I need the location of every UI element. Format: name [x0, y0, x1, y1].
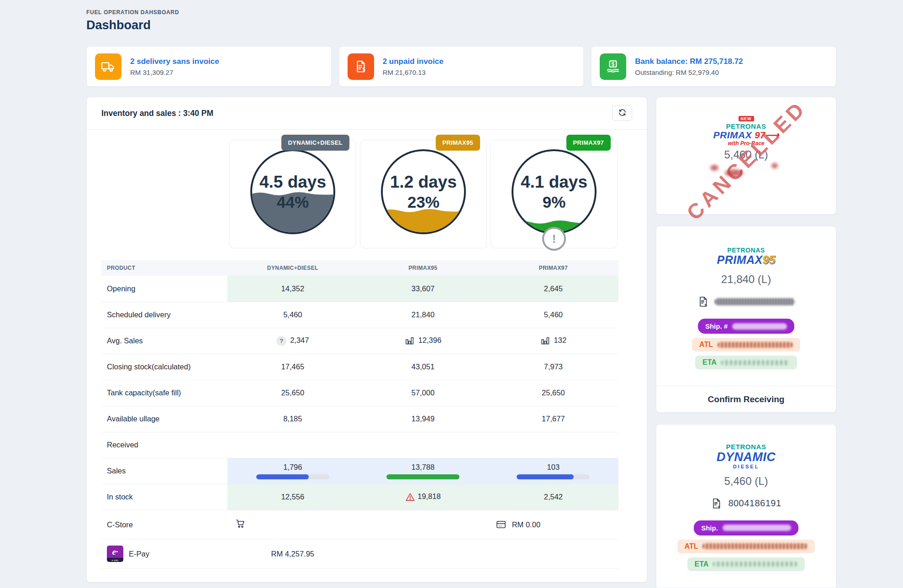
row-label: In stock: [101, 484, 227, 510]
column-header-primax97: PRIMAX97: [488, 260, 618, 276]
inventory-table: PRODUCT DYNAMIC+DIESEL PRIMAX95 PRIMAX97…: [101, 260, 618, 569]
truck-icon: [95, 53, 121, 80]
redacted-eta-value: [721, 360, 790, 365]
fill-percent: 23%: [407, 193, 439, 211]
row-label: e· e-pay E-Pay: [101, 539, 227, 568]
cell-value: 1,796: [227, 458, 358, 484]
cell-value: [358, 510, 488, 539]
row-label: Received: [101, 432, 227, 458]
delivery-quantity: 5,460 (L): [656, 475, 836, 488]
row-label: Tank capacity(safe fill): [101, 380, 227, 406]
bar-chart-icon: [405, 336, 414, 346]
table-row: Sales 1,796 13,788 103: [101, 458, 618, 484]
table-row: Available ullage 8,185 13,949 17,677: [101, 406, 618, 432]
row-label: Scheduled delivery: [101, 302, 227, 328]
cell-value: 132: [488, 328, 618, 354]
redacted-atl-value: [702, 543, 808, 549]
stat-card-amount: Outstanding: RM 52,979.40: [635, 68, 743, 76]
help-icon[interactable]: ?: [276, 336, 286, 346]
bar-chart-icon: [540, 336, 550, 346]
cell-value: [488, 539, 618, 568]
fill-percent: 44%: [277, 193, 309, 211]
row-label: Avg. Sales: [101, 328, 227, 354]
product-badge: DYNAMIC+DIESEL: [281, 135, 349, 151]
cell-value: 13,788: [358, 458, 488, 484]
product-badge: PRIMAX97: [566, 135, 611, 151]
warning-icon: [405, 492, 415, 502]
eta-badge: ETA: [695, 356, 797, 369]
cell-value: 5,460: [227, 302, 358, 328]
sales-progress-bar: [256, 474, 329, 479]
days-of-stock: 4.1 days: [521, 173, 587, 192]
sales-progress-bar: [386, 474, 459, 479]
dynamic-diesel-logo: PETRONAS DYNAMIC DIESEL: [656, 443, 836, 469]
confirm-receiving-button[interactable]: Confirm Receiving: [656, 386, 836, 412]
delivery-sans-invoice-card[interactable]: 2 sdelivery sans invoice RM 31,309.27: [86, 46, 332, 87]
shipment-badge: Ship.: [694, 520, 798, 536]
table-row: C-Store RM 0.00: [101, 510, 618, 539]
table-row: Tank capacity(safe fill) 25,650 57,000 2…: [101, 380, 618, 406]
atl-badge: ATL: [677, 540, 815, 553]
unpaid-invoice-icon: $: [348, 53, 374, 80]
delivery-card-primax97: NEW PETRONAS PRIMAX 97⟶ with Pro-Race 5,…: [656, 97, 836, 215]
cell-value: 17,465: [227, 354, 358, 380]
svg-text:$: $: [363, 67, 365, 72]
epay-amount: RM 4,257.95: [227, 539, 358, 568]
cell-value: ?2,347: [227, 328, 358, 354]
payment-card-icon: [496, 519, 507, 530]
page-title: Dashboard: [86, 18, 836, 32]
days-of-stock: 4.5 days: [259, 173, 326, 192]
shipment-badge: Ship. #: [698, 319, 794, 334]
row-label: Sales: [101, 458, 227, 484]
stat-card-row: 2 sdelivery sans invoice RM 31,309.27 $ …: [86, 46, 836, 87]
days-of-stock: 1.2 days: [390, 173, 457, 192]
refresh-icon: [618, 108, 627, 119]
panel-title: Inventory and sales : 3:40 PM: [101, 109, 213, 118]
cell-value: 2,542: [488, 484, 618, 510]
cell-value: 12,396: [358, 328, 488, 354]
cell-value: 43,051: [358, 354, 488, 380]
gauge-primax95: PRIMAX95 1.2 days 23%: [360, 140, 487, 248]
table-row: Opening 14,352 33,607 2,645: [101, 276, 618, 302]
table-row: Closing stock(calculated) 17,465 43,051 …: [101, 354, 618, 380]
cell-value: 8,185: [227, 406, 358, 432]
cell-value: 25,650: [227, 380, 358, 406]
inventory-sales-panel: Inventory and sales : 3:40 PM DYNAMIC+DI…: [86, 97, 647, 583]
svg-text:$: $: [718, 505, 720, 509]
redacted-shipment-number: [732, 323, 787, 330]
cell-value: 19,818: [358, 484, 488, 510]
eta-badge: ETA: [687, 557, 805, 571]
unpaid-invoice-card[interactable]: $ 2 unpaid invoice RM 21,670.13: [339, 46, 584, 87]
cell-value: 21,840: [358, 302, 488, 328]
column-header-dynamic-diesel: DYNAMIC+DIESEL: [227, 260, 358, 276]
invoice-number: 8004186191: [728, 498, 781, 509]
delivery-card-primax95: PETRONAS PRIMAX95 21,840 (L) $ Ship. # A…: [656, 226, 836, 413]
low-stock-warning-icon: !: [542, 227, 566, 251]
refresh-button[interactable]: [612, 105, 632, 121]
cell-value: [227, 432, 358, 458]
stat-card-amount: RM 31,309.27: [130, 68, 219, 76]
app-eyebrow: FUEL OPERATION DAHSBOARD: [86, 9, 836, 16]
svg-text:$: $: [612, 61, 615, 66]
stat-card-title[interactable]: Bank balance: RM 275,718.72: [635, 57, 743, 66]
invoice-icon: $: [697, 296, 709, 308]
stat-card-title[interactable]: 2 sdelivery sans invoice: [130, 57, 219, 66]
cell-value: RM 0.00: [488, 510, 618, 539]
table-row: In stock 12,556 19,818 2,542: [101, 484, 618, 510]
liquid-gauge: 4.1 days 9%: [512, 149, 597, 234]
column-header-primax95: PRIMAX95: [358, 260, 488, 276]
cell-value: 103: [488, 458, 618, 484]
redacted-invoice-number: [715, 298, 795, 305]
cell-value: 25,650: [488, 380, 618, 406]
cell-value: [227, 510, 358, 539]
stat-card-title[interactable]: 2 unpaid invoice: [383, 57, 444, 66]
row-label: Opening: [101, 276, 227, 302]
delivery-quantity: 21,840 (L): [656, 273, 836, 286]
shopping-cart-icon: [235, 518, 246, 529]
row-label: Closing stock(calculated): [101, 354, 227, 380]
svg-text:$: $: [705, 304, 707, 308]
bank-balance-card[interactable]: $ Bank balance: RM 275,718.72 Outstandin…: [591, 46, 836, 87]
epay-logo-icon: e· e-pay: [107, 546, 123, 562]
cell-value: 5,460: [488, 302, 618, 328]
tank-gauges: DYNAMIC+DIESEL 4.5 days 44% PRIMAX95: [227, 140, 647, 248]
